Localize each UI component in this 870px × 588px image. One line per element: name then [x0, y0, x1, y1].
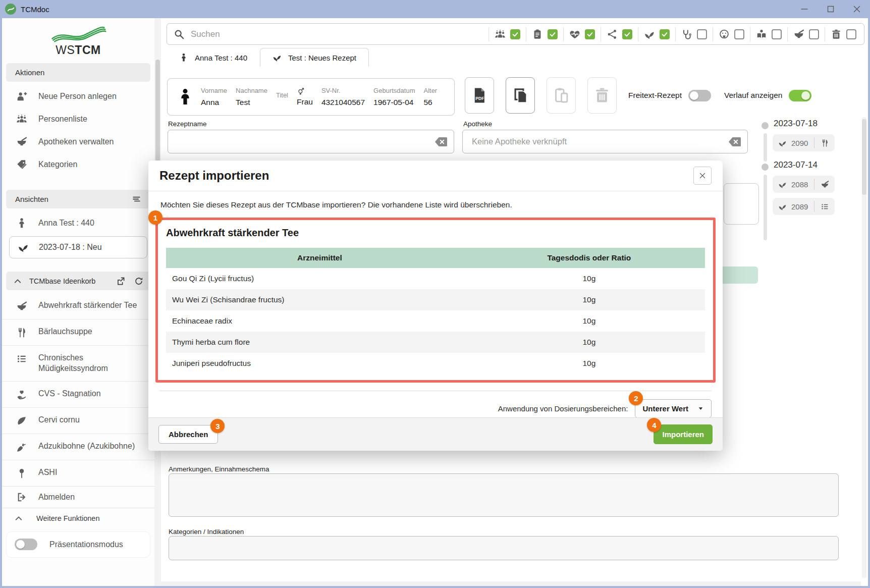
- face-tongue-icon: [719, 29, 730, 40]
- timeline-line: [764, 133, 767, 162]
- ideenkorb-item-baerlauchsuppe[interactable]: Bärlauchsuppe: [2, 319, 154, 345]
- filter-share-checkbox[interactable]: [622, 29, 632, 39]
- filter-treatment-checkbox[interactable]: [697, 29, 707, 39]
- timeline-entry-2090[interactable]: 2090: [773, 134, 835, 151]
- filter-pharmacy-checkbox[interactable]: [809, 29, 819, 39]
- sidebar-item-neue-person[interactable]: Neue Person anlegen: [2, 85, 154, 108]
- tab-anna-test[interactable]: Anna Test : 440: [167, 48, 260, 67]
- delete-button[interactable]: [587, 77, 617, 114]
- timeline-entry-2089[interactable]: 2089: [773, 198, 835, 215]
- person-icon: [179, 53, 188, 62]
- filter-anamnesis-checkbox[interactable]: [548, 29, 558, 39]
- stethoscope-icon: [681, 29, 692, 40]
- dialog-footer: Abbrechen 3 Importieren 4: [148, 417, 723, 451]
- cancel-button[interactable]: Abbrechen 3: [158, 425, 218, 444]
- sidebar-item-weitere-funktionen[interactable]: Weitere Funktionen: [2, 508, 154, 528]
- filter-treatment[interactable]: [675, 27, 713, 41]
- copy-button[interactable]: [506, 77, 535, 114]
- timeline-entry-2088[interactable]: 2088: [773, 176, 835, 193]
- tab-neues-rezept[interactable]: Test : Neues Rezept: [260, 48, 369, 67]
- dialog-body: Möchten Sie dieses Rezept aus der TCMbas…: [148, 200, 723, 418]
- ideenkorb-item-abwehrkraft[interactable]: Abwehrkraft stärkender Tee: [2, 293, 154, 319]
- herb-table: Arzneimittel Tagesdodis oder Ratio Gou Q…: [166, 248, 705, 374]
- app-window: TCMdoc WSTCM Aktionen Neue Person anlege…: [0, 0, 870, 588]
- pdf-file-icon: [471, 87, 488, 104]
- titlebar: TCMdoc: [0, 0, 870, 18]
- list-icon: [821, 202, 829, 211]
- ideenkorb-item-adzukibohne[interactable]: Adzukibohne (Azukibohne): [2, 434, 154, 460]
- filter-deleted-checkbox[interactable]: [846, 29, 856, 39]
- filter-tongue-checkbox[interactable]: [734, 29, 744, 39]
- import-button[interactable]: Importieren 4: [654, 424, 713, 444]
- clipboard-icon: [532, 29, 543, 40]
- filter-diagnosis-checkbox[interactable]: [585, 29, 595, 39]
- users-icon: [16, 114, 27, 125]
- table-row: Echinaceae radix10g: [166, 310, 705, 332]
- filter-recipes[interactable]: [638, 27, 675, 41]
- step-badge-2: 2: [629, 391, 643, 405]
- filter-anamnesis[interactable]: [526, 27, 563, 41]
- praesentationsmodus-toggle[interactable]: [15, 539, 37, 550]
- verlauf-anzeigen-toggle[interactable]: [789, 90, 811, 101]
- patient-nachname: Nachname Test: [236, 87, 267, 107]
- close-button[interactable]: [844, 0, 870, 18]
- filter-lines-icon[interactable]: [132, 194, 141, 204]
- section-header-ideenkorb[interactable]: TCMbase Ideenkorb: [6, 272, 150, 290]
- filter-pharmacy[interactable]: [787, 27, 825, 41]
- ideenkorb-item-ashi[interactable]: ASHI: [2, 460, 154, 486]
- document-tabs: Anna Test : 440 Test : Neues Rezept: [167, 48, 369, 67]
- freitext-rezept-toggle[interactable]: [688, 90, 711, 101]
- anmerkungen-textarea[interactable]: [169, 473, 839, 517]
- filter-toolbar: [488, 24, 864, 44]
- chevron-up-icon[interactable]: [13, 277, 22, 286]
- paste-button[interactable]: [547, 77, 576, 114]
- maximize-button[interactable]: [818, 0, 844, 18]
- filter-tongue[interactable]: [713, 27, 750, 41]
- search-input[interactable]: [190, 29, 343, 40]
- table-row: Juniperi pseudofructus10g: [166, 353, 705, 374]
- clear-rezeptname-icon[interactable]: [434, 137, 448, 147]
- sidebar-item-anna-test[interactable]: Anna Test : 440: [2, 211, 154, 234]
- filter-deleted[interactable]: [825, 27, 862, 41]
- pdf-export-button[interactable]: [465, 77, 494, 114]
- dialog-message: Möchten Sie dieses Rezept aus der TCMbas…: [160, 200, 712, 209]
- pin-icon: [16, 468, 27, 479]
- ideenkorb-item-cvs[interactable]: CVS - Stagnation: [2, 381, 154, 407]
- main-scrollbar-thumb[interactable]: [862, 119, 866, 195]
- filter-persons[interactable]: [488, 27, 526, 41]
- trash-icon: [831, 29, 842, 40]
- step-badge-3: 3: [210, 419, 225, 433]
- filter-share[interactable]: [601, 27, 638, 41]
- share-icon: [607, 29, 618, 40]
- filter-diagnosis[interactable]: [563, 27, 601, 41]
- filter-recipes-checkbox[interactable]: [660, 29, 670, 39]
- refresh-icon[interactable]: [134, 277, 143, 286]
- dosage-label: Anwendung von Dosierungsbereichen:: [498, 404, 628, 413]
- dialog-close-button[interactable]: [693, 167, 712, 185]
- ideenkorb-item-cervi[interactable]: Cervi cornu: [2, 407, 154, 434]
- sidebar-item-apotheken[interactable]: Apotheken verwalten: [2, 130, 154, 153]
- dosage-dropdown[interactable]: 2 Unterer Wert: [635, 399, 712, 418]
- timeline-date: 2023-07-18: [774, 119, 818, 129]
- external-link-icon[interactable]: [116, 277, 125, 286]
- filter-library[interactable]: [750, 27, 787, 41]
- kategorien-textarea[interactable]: [169, 536, 839, 560]
- sidebar-item-kategorien[interactable]: Kategorien: [2, 153, 154, 176]
- minimize-button[interactable]: [791, 0, 818, 18]
- step-badge-1: 1: [148, 210, 162, 225]
- sidebar-item-abmelden[interactable]: Abmelden: [2, 486, 154, 508]
- sidebar-item-personenliste[interactable]: Personenliste: [2, 108, 154, 130]
- sprout-icon: [778, 139, 787, 147]
- logo-text: WSTCM: [2, 43, 154, 57]
- table-row: Thymi herba cum flore10g: [166, 332, 705, 353]
- filter-persons-checkbox[interactable]: [510, 29, 520, 39]
- filter-library-checkbox[interactable]: [772, 29, 782, 39]
- ideenkorb-item-chronisches[interactable]: Chronisches Müdigkeitssyndrom: [2, 345, 148, 381]
- window-title: TCMdoc: [21, 5, 49, 14]
- clear-apotheke-icon[interactable]: [728, 137, 741, 147]
- rezeptname-input[interactable]: [176, 136, 431, 147]
- dialog-header: Rezept importieren: [148, 161, 723, 191]
- sidebar-item-rezept-neu[interactable]: 2023-07-18 : Neu: [9, 236, 147, 258]
- main-horizontal-scrollbar[interactable]: [161, 581, 861, 586]
- apotheke-input[interactable]: [471, 136, 725, 147]
